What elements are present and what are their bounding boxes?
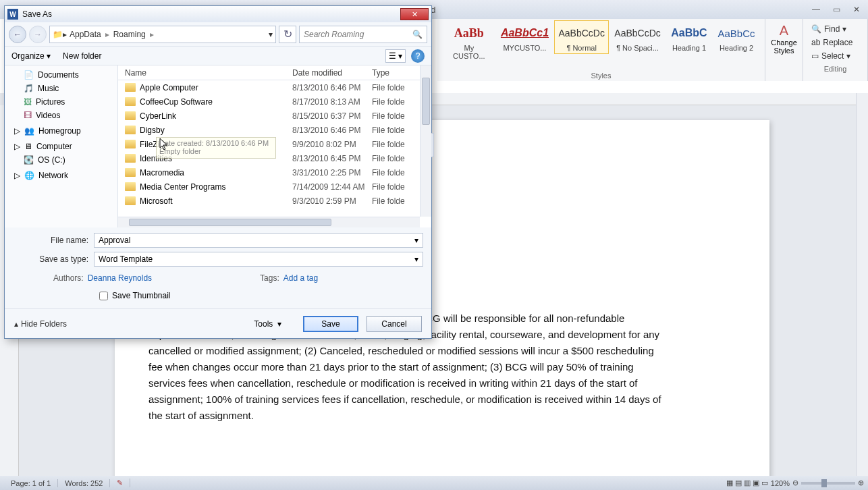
file-row[interactable]: Microsoft9/3/2010 2:59 PMFile folde (118, 194, 431, 208)
folder-up-icon[interactable]: 📁▸ (53, 30, 67, 39)
close-button[interactable]: ✕ (849, 3, 864, 16)
network-icon: 🌐 (24, 171, 34, 180)
search-box[interactable]: 🔍 (299, 26, 427, 43)
search-icon: 🔍 (412, 30, 423, 39)
folder-icon (125, 196, 136, 205)
style-gallery-item[interactable]: AaBbCc1MYCUSTO... (497, 20, 553, 54)
folder-icon (125, 168, 136, 177)
dialog-fields: File name: Approval▾ Save as type: Word … (5, 227, 431, 308)
style-gallery-item[interactable]: AaBbCHeading 1 (666, 20, 712, 54)
file-row[interactable]: Media Center Programs7/14/2009 12:44 AMF… (118, 180, 431, 194)
pictures-icon: 🖼 (24, 97, 32, 107)
file-row[interactable]: CoffeeCup Software8/17/2010 8:13 AMFile … (118, 94, 431, 109)
nav-music[interactable]: 🎵Music (5, 82, 117, 95)
search-input[interactable] (304, 30, 412, 39)
style-gallery-item[interactable]: AaBbCcDc¶ Normal (554, 20, 609, 54)
cancel-button[interactable]: Cancel (367, 316, 422, 332)
homegroup-icon: 👥 (24, 126, 34, 136)
style-gallery-item[interactable]: AaBbCcHeading 2 (713, 20, 759, 54)
folder-icon (125, 111, 136, 120)
dialog-buttons: ▴Hide Folders Tools ▾ Save Cancel (5, 308, 431, 338)
dialog-toolbar: Organize ▾ New folder ☰ ▾ ? (5, 47, 431, 65)
tags-label: Tags: (260, 273, 279, 283)
folder-icon (125, 83, 136, 92)
tools-button[interactable]: Tools ▾ (254, 319, 281, 329)
nav-network[interactable]: ▷🌐Network (5, 167, 117, 182)
navigation-pane[interactable]: 📄Documents 🎵Music 🖼Pictures 🎞Videos ▷👥Ho… (5, 65, 118, 227)
authors-value[interactable]: Deanna Reynolds (88, 273, 152, 283)
forward-button[interactable]: → (29, 26, 47, 43)
documents-icon: 📄 (24, 70, 34, 80)
file-row[interactable]: Apple Computer8/13/2010 6:46 PMFile fold… (118, 80, 431, 94)
authors-label: Authors: (53, 273, 84, 283)
file-list[interactable]: Name Date modified Type Apple Computer8/… (118, 65, 431, 227)
nav-videos[interactable]: 🎞Videos (5, 109, 117, 122)
folder-icon (125, 97, 136, 106)
folder-icon (125, 154, 136, 163)
organize-button[interactable]: Organize ▾ (11, 51, 51, 61)
file-list-header[interactable]: Name Date modified Type (118, 65, 431, 80)
folder-icon (125, 140, 136, 148)
file-row[interactable]: CyberLink8/15/2010 6:37 PMFile folde (118, 109, 431, 123)
dialog-titlebar[interactable]: W Save As ✕ (5, 6, 431, 22)
nav-documents[interactable]: 📄Documents (5, 68, 117, 82)
window-controls: — ▭ ✕ (809, 3, 864, 16)
styles-group-label: Styles (443, 69, 759, 80)
computer-icon: 🖥 (24, 142, 32, 151)
refresh-button[interactable]: ↻ (279, 26, 296, 43)
style-gallery-item[interactable]: AaBbMy CUSTO... (443, 20, 495, 62)
style-gallery-item[interactable]: AaBbCcDc¶ No Spaci... (610, 20, 665, 54)
folder-icon (125, 182, 136, 191)
save-button[interactable]: Save (303, 316, 358, 332)
proofing-icon[interactable]: ✎ (110, 479, 130, 487)
restore-button[interactable]: ▭ (829, 3, 844, 16)
page-indicator[interactable]: Page: 1 of 1 (4, 479, 58, 487)
new-folder-button[interactable]: New folder (63, 51, 101, 61)
save-thumbnail-label: Save Thumbnail (112, 291, 171, 300)
find-icon: 🔍 (811, 24, 821, 34)
filename-input[interactable]: Approval▾ (94, 233, 423, 248)
nav-pictures[interactable]: 🖼Pictures (5, 95, 117, 109)
view-options-button[interactable]: ☰ ▾ (385, 49, 406, 63)
minimize-button[interactable]: — (809, 3, 823, 16)
breadcrumb-dropdown-icon[interactable]: ▾ (269, 30, 273, 39)
view-buttons[interactable]: ▦ ▤ ▥ ▣ ▭ (726, 479, 768, 487)
dialog-nav: ← → 📁▸ AppData ▸ Roaming ▸ ▾ ↻ 🔍 (5, 22, 431, 47)
tags-value[interactable]: Add a tag (283, 273, 318, 283)
dialog-close-button[interactable]: ✕ (400, 8, 429, 20)
file-row[interactable]: Macromedia3/31/2010 2:25 PMFile folde (118, 165, 431, 180)
word-count[interactable]: Words: 252 (58, 479, 110, 487)
save-thumbnail-checkbox[interactable] (99, 292, 108, 300)
nav-os-c[interactable]: 💽OS (C:) (5, 153, 117, 167)
change-styles-button[interactable]: A Change Styles (771, 20, 797, 57)
savetype-label: Save as type: (13, 254, 94, 264)
change-styles-icon: A (780, 23, 788, 38)
dialog-title: Save As (22, 9, 400, 19)
zoom-out-button[interactable]: ⊖ (792, 479, 798, 487)
savetype-select[interactable]: Word Template▾ (94, 252, 423, 267)
breadcrumb[interactable]: 📁▸ AppData ▸ Roaming ▸ ▾ (49, 26, 276, 43)
column-name[interactable]: Name (118, 68, 292, 78)
vertical-scrollbar[interactable] (856, 93, 868, 478)
replace-icon: ab (811, 38, 820, 47)
file-row[interactable]: Digsby8/13/2010 6:46 PMFile folde (118, 123, 431, 137)
help-button[interactable]: ? (411, 49, 425, 63)
find-button[interactable]: 🔍Find ▾ (809, 23, 862, 35)
videos-icon: 🎞 (24, 111, 32, 120)
zoom-slider[interactable] (801, 482, 855, 485)
column-date[interactable]: Date modified (292, 68, 372, 78)
replace-button[interactable]: abReplace (809, 36, 862, 49)
folder-icon (125, 126, 136, 134)
zoom-in-button[interactable]: ⊕ (858, 479, 864, 487)
hide-folders-button[interactable]: ▴Hide Folders (14, 319, 67, 329)
filename-label: File name: (13, 236, 94, 245)
file-list-vscroll[interactable] (420, 65, 431, 217)
zoom-level[interactable]: 120% (771, 479, 790, 487)
save-as-dialog: W Save As ✕ ← → 📁▸ AppData ▸ Roaming ▸ ▾… (4, 5, 432, 339)
nav-homegroup[interactable]: ▷👥Homegroup (5, 122, 117, 138)
chevron-up-icon: ▴ (14, 319, 18, 329)
file-list-hscroll[interactable] (118, 217, 420, 227)
back-button[interactable]: ← (9, 26, 26, 43)
nav-computer[interactable]: ▷🖥Computer (5, 138, 117, 153)
select-button[interactable]: ▭Select ▾ (809, 50, 862, 62)
